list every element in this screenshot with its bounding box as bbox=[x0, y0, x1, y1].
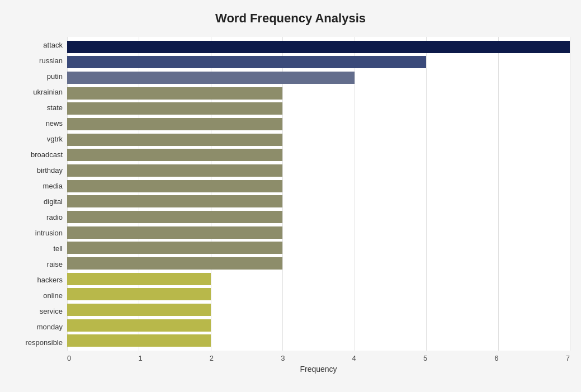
chart-container: Word Frequency Analysis attackrussianput… bbox=[0, 0, 581, 392]
bar-row bbox=[67, 225, 570, 240]
bar-row bbox=[67, 39, 570, 55]
bar bbox=[67, 334, 211, 347]
chart-title: Word Frequency Analysis bbox=[11, 11, 570, 26]
bar bbox=[67, 134, 282, 146]
bar-row bbox=[67, 209, 570, 225]
bar bbox=[67, 72, 355, 84]
bars-container bbox=[67, 37, 570, 351]
bar-row bbox=[67, 271, 570, 287]
grid-line bbox=[570, 37, 570, 351]
bar bbox=[67, 41, 570, 53]
y-label: media bbox=[11, 182, 63, 190]
bar bbox=[67, 319, 211, 332]
x-tick: 6 bbox=[494, 354, 498, 362]
bar bbox=[67, 102, 282, 115]
bar-row bbox=[67, 70, 570, 86]
bar-row bbox=[67, 148, 570, 163]
y-label: vgtrk bbox=[11, 135, 63, 143]
y-label: putin bbox=[11, 73, 63, 80]
x-axis: 01234567 bbox=[67, 351, 570, 362]
x-tick: 0 bbox=[67, 354, 71, 362]
bar bbox=[67, 242, 282, 254]
bar bbox=[67, 273, 211, 285]
y-label: birthday bbox=[11, 167, 63, 174]
y-label: tell bbox=[11, 245, 63, 252]
bar bbox=[67, 226, 282, 239]
bar-row bbox=[67, 256, 570, 271]
y-label: broadcast bbox=[11, 151, 63, 158]
x-tick: 5 bbox=[423, 354, 427, 362]
bar-row bbox=[67, 318, 570, 333]
bar bbox=[67, 195, 282, 207]
bar bbox=[67, 304, 211, 316]
bar-row bbox=[67, 178, 570, 194]
x-tick: 2 bbox=[210, 354, 214, 362]
bar-row bbox=[67, 101, 570, 117]
y-label: online bbox=[11, 292, 63, 299]
y-label: service bbox=[11, 308, 63, 315]
y-label: monday bbox=[11, 323, 63, 330]
x-tick: 4 bbox=[352, 354, 356, 362]
y-label: ukrainian bbox=[11, 88, 63, 96]
y-label: raise bbox=[11, 261, 63, 268]
y-label: attack bbox=[11, 41, 63, 49]
bar bbox=[67, 180, 282, 192]
bar-row bbox=[67, 163, 570, 178]
y-label: hackers bbox=[11, 276, 63, 284]
y-label: intrusion bbox=[11, 229, 63, 237]
bar-row bbox=[67, 287, 570, 303]
y-label: radio bbox=[11, 214, 63, 221]
bar bbox=[67, 56, 426, 68]
bar bbox=[67, 288, 211, 300]
y-label: news bbox=[11, 120, 63, 127]
y-label: russian bbox=[11, 57, 63, 64]
bottom-area: 01234567 Frequency bbox=[11, 351, 570, 374]
y-label: digital bbox=[11, 198, 63, 205]
bar bbox=[67, 211, 282, 223]
plot-area bbox=[67, 37, 570, 351]
bar-row bbox=[67, 194, 570, 210]
bar bbox=[67, 257, 282, 270]
bar-row bbox=[67, 86, 570, 101]
grid-and-bars bbox=[67, 37, 570, 351]
x-axis-label: Frequency bbox=[67, 365, 570, 374]
bar bbox=[67, 164, 282, 177]
y-labels: attackrussianputinukrainianstatenewsvgtr… bbox=[11, 37, 67, 351]
bar bbox=[67, 118, 282, 130]
x-tick: 3 bbox=[281, 354, 285, 362]
bar-row bbox=[67, 132, 570, 148]
x-tick: 7 bbox=[566, 354, 570, 362]
bar-row bbox=[67, 55, 570, 70]
bar-row bbox=[67, 302, 570, 318]
bar-row bbox=[67, 240, 570, 256]
x-tick: 1 bbox=[138, 354, 142, 362]
bar-row bbox=[67, 333, 570, 348]
chart-area: attackrussianputinukrainianstatenewsvgtr… bbox=[11, 37, 570, 351]
bar bbox=[67, 87, 282, 100]
bar bbox=[67, 149, 282, 161]
y-label: responsible bbox=[11, 339, 63, 346]
bar-row bbox=[67, 116, 570, 132]
y-label: state bbox=[11, 104, 63, 111]
